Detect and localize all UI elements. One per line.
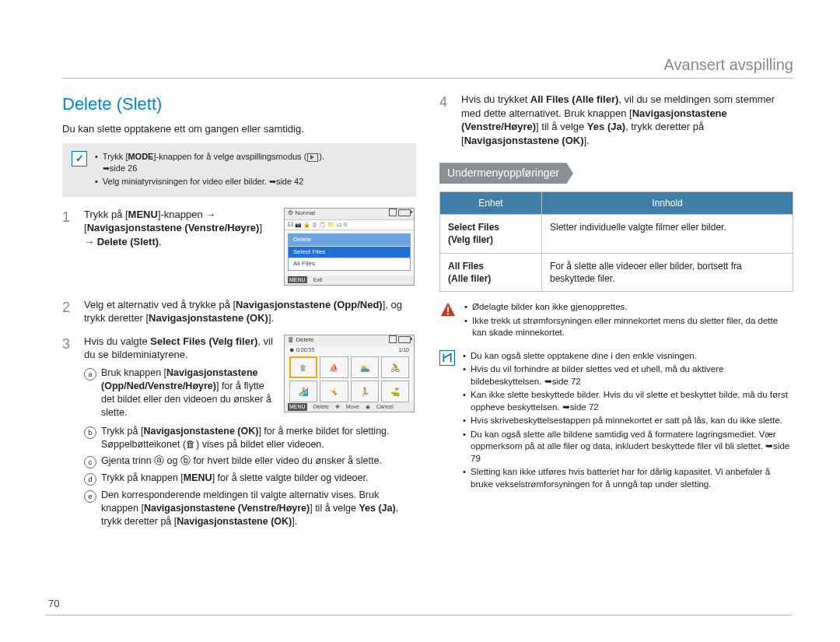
list-item-text: Sletting kan ikke utføres hvis batteriet… <box>471 466 793 490</box>
list-item-text: Du kan også slette opptakene dine i den … <box>471 350 697 363</box>
list-item-text: Du kan også slette alle bildene samtidig… <box>471 429 793 465</box>
step-number: 2 <box>62 298 75 325</box>
list-item: •Kan ikke slette beskyttede bilder. Hvis… <box>463 389 793 413</box>
circle-letter-icon: e <box>84 490 96 503</box>
thumbnail: 🤸 <box>320 381 348 402</box>
list-item: •Du kan også slette alle bildene samtidi… <box>463 429 793 465</box>
warning-icon <box>439 301 457 318</box>
sub-step-body: Trykk på knappen [MENU] for å slette val… <box>101 472 368 486</box>
svg-rect-0 <box>447 307 449 311</box>
section-intro: Du kan slette opptakene ett om gangen el… <box>62 122 416 136</box>
page-number: 70 <box>48 597 59 611</box>
step-4: 4 Hvis du trykket All Files (Alle filer)… <box>439 93 793 147</box>
camera-screen-menu: ⚙ Normal 🎞 📷 🔒 🗑 📋 📁 🗂 ⚙ Delete Select F… <box>284 208 415 286</box>
bullet-icon: • <box>463 389 466 413</box>
step-1-body: Trykk på [MENU]-knappen → [Navigasjonsta… <box>84 208 275 289</box>
step-1: 1 Trykk på [MENU]-knappen → [Navigasjons… <box>62 208 416 289</box>
step-3-body: Hvis du valgte Select Files (Velg filer)… <box>84 335 275 423</box>
thumbnail: 🏄 <box>289 381 317 402</box>
sub-step-body: Den korresponderende meldingen til valgt… <box>101 489 416 528</box>
right-column: 4 Hvis du trykket All Files (Alle filer)… <box>439 93 793 531</box>
pre-note-box: ✓ • Trykk [MODE]-knappen for å velge avs… <box>62 143 416 197</box>
step-number: 4 <box>439 93 452 147</box>
footer-divider <box>45 615 792 616</box>
warning-box: •Ødelagte bilder kan ikke gjenopprettes.… <box>439 301 793 341</box>
list-item-text: Hvis du vil forhindre at bilder slettes … <box>471 363 793 388</box>
list-item-text: Ødelagte bilder kan ikke gjenopprettes. <box>472 301 627 314</box>
list-item: •Ødelagte bilder kan ikke gjenopprettes. <box>464 301 793 314</box>
table-cell-value: Sletter individuelle valgte filmer eller… <box>542 215 793 253</box>
thumbnail: 🏊 <box>351 356 379 378</box>
step-number: 1 <box>62 208 75 289</box>
sub-step: eDen korresponderende meldingen til valg… <box>84 489 416 528</box>
sub-step: cGjenta trinn ⓐ og ⓑ for hvert bilde ell… <box>84 454 416 468</box>
bullet-icon: • <box>95 176 98 188</box>
step-3-substeps-wide: bTrykk på [Navigasjonstastene (OK)] for … <box>84 425 416 528</box>
submenu-heading: Undermenyoppføringer <box>439 163 573 184</box>
section-header: Avansert avspilling <box>664 54 793 75</box>
info-box: •Du kan også slette opptakene dine i den… <box>439 350 793 493</box>
thumbnail: 🏃 <box>351 381 379 402</box>
step-2: 2 Velg et alternativ ved å trykke på [Na… <box>62 298 416 325</box>
header-divider: Avansert avspilling <box>62 54 793 79</box>
circle-letter-icon: d <box>84 473 96 486</box>
section-title: Delete (Slett) <box>62 93 416 116</box>
playback-mode-icon <box>307 153 318 162</box>
step-4-body: Hvis du trykket All Files (Alle filer), … <box>461 93 793 147</box>
bullet-icon: • <box>463 415 466 427</box>
list-item: •Hvis skrivebeskyttelsestappen på minnek… <box>463 415 793 427</box>
list-item-text: Kan ikke slette beskyttede bilder. Hvis … <box>471 389 793 413</box>
list-item: •Ikke trekk ut strømforsyningen eller mi… <box>464 315 793 339</box>
circle-letter-icon: b <box>84 426 96 439</box>
camera-screen-thumbnails: 🗑 Delete ⏺ 0:00:551/10 🗑⛵🏊🚴🏄🤸🏃⛳ MENUDele… <box>284 335 415 412</box>
table-cell-value: For å slette alle videoer eller bilder, … <box>542 253 793 291</box>
sub-step: dTrykk på knappen [MENU] for å slette va… <box>84 472 416 486</box>
list-item: •Sletting kan ikke utføres hvis batterie… <box>463 466 793 490</box>
left-column: Delete (Slett) Du kan slette opptakene e… <box>62 93 416 531</box>
step-2-body: Velg et alternativ ved å trykke på [Navi… <box>84 298 416 325</box>
step-number: 3 <box>62 335 75 423</box>
thumbnail: ⛳ <box>381 381 409 402</box>
bullet-icon: • <box>464 315 467 339</box>
bullet-icon: • <box>463 350 466 363</box>
bullet-icon: • <box>463 466 466 490</box>
bullet-icon: • <box>463 429 466 465</box>
list-item-text: Hvis skrivebeskyttelsestappen på minneko… <box>471 415 782 427</box>
step-3-substeps: aBruk knappen [Navigasjonstastene (Opp/N… <box>84 367 275 419</box>
table-cell-key: All Files(Alle filer) <box>440 253 542 291</box>
thumbnail: ⛵ <box>320 356 348 378</box>
sub-step: aBruk knappen [Navigasjonstastene (Opp/N… <box>84 367 275 419</box>
table-row: All Files(Alle filer)For å slette alle v… <box>440 253 793 291</box>
circle-letter-icon: c <box>84 456 96 468</box>
bullet-icon: • <box>464 301 467 314</box>
thumbnail: 🚴 <box>381 356 409 378</box>
sub-step: bTrykk på [Navigasjonstastene (OK)] for … <box>84 425 416 451</box>
bullet-icon: • <box>95 151 98 174</box>
thumbnail: 🗑 <box>289 356 317 378</box>
check-icon: ✓ <box>72 151 87 167</box>
step-3: 3 Hvis du valgte Select Files (Velg file… <box>62 335 416 423</box>
pre-note-2: Velg miniatyrvisningen for video eller b… <box>103 176 304 188</box>
list-item-text: Ikke trekk ut strømforsyningen eller min… <box>472 315 793 339</box>
table-cell-key: Select Files(Velg filer) <box>440 215 542 253</box>
table-row: Select Files(Velg filer)Sletter individu… <box>440 215 793 253</box>
table-head-unit: Enhet <box>440 192 542 215</box>
list-item: •Du kan også slette opptakene dine i den… <box>463 350 793 363</box>
submenu-table: Enhet Innhold Select Files(Velg filer)Sl… <box>439 191 793 292</box>
bullet-icon: • <box>463 363 466 388</box>
svg-rect-1 <box>447 314 449 315</box>
table-head-content: Innhold <box>542 192 793 215</box>
list-item: •Hvis du vil forhindre at bilder slettes… <box>463 363 793 388</box>
sub-step-body: Bruk knappen [Navigasjonstastene (Opp/Ne… <box>101 367 275 419</box>
sub-step-body: Gjenta trinn ⓐ og ⓑ for hvert bilde elle… <box>101 454 382 468</box>
circle-letter-icon: a <box>84 368 96 381</box>
pre-note-1: Trykk [MODE]-knappen for å velge avspill… <box>103 151 324 174</box>
sub-step-body: Trykk på [Navigasjonstastene (OK)] for å… <box>101 425 416 451</box>
info-icon <box>439 350 455 366</box>
